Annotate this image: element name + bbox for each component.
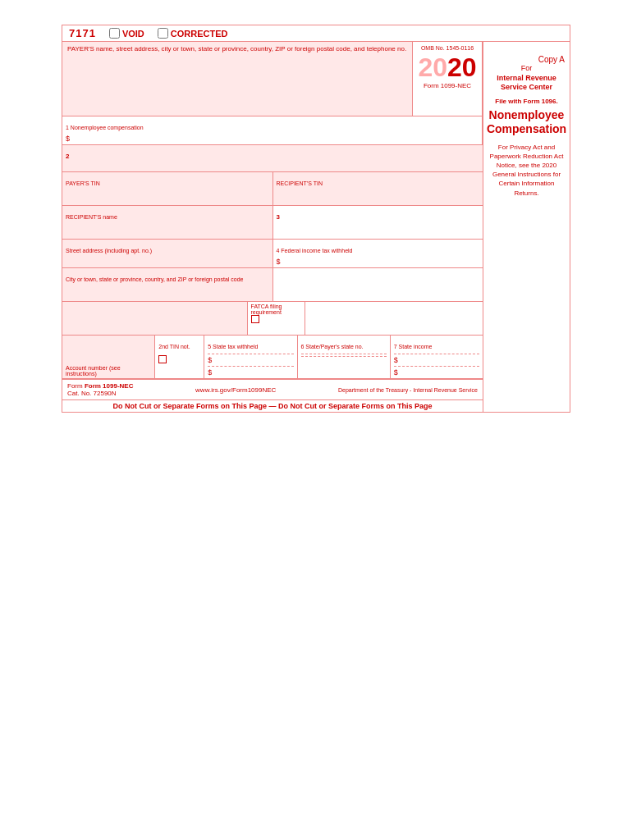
top-header: 7171 VOID CORRECTED [62,25,570,41]
recipient-tin-label: RECIPIENT'S TIN [277,180,323,186]
dashed-line-4 [301,356,387,357]
tin2-cell: 2nd TIN not. [155,336,204,378]
corrected-checkbox-label[interactable]: CORRECTED [158,28,228,39]
form-footer: Form Form 1099-NEC Cat. No. 72590N www.i… [62,379,483,399]
form-number-top: 7171 [69,27,96,39]
sidebar-for: For Internal Revenue Service Center [497,64,556,93]
street-row: Street address (including apt. no.) 4 Fe… [62,240,483,268]
sidebar-privacy: For Privacy Act and Paperwork Reduction … [488,143,565,198]
dashed-line-6 [394,366,479,367]
dashed-line-2 [208,366,293,367]
account-label: Account number (see instructions) [66,365,151,377]
payer-info-field[interactable]: PAYER'S name, street address, city or to… [62,42,413,116]
omb-year-box: OMB No. 1545-0116 2020 Form 1099-NEC [413,42,483,116]
form-name-small: Form 1099-NEC [424,82,471,89]
box5-dollar2: $ [208,368,293,377]
box1-cell[interactable]: 1 Nonemployee compensation $ [62,116,483,144]
account-row: Account number (see instructions) 2nd TI… [62,336,483,379]
form-sidebar: Copy A For Internal Revenue Service Cent… [483,42,570,412]
box4-cell[interactable]: 4 Federal income tax withheld $ [273,240,483,267]
footer-left: Form Form 1099-NEC Cat. No. 72590N [67,382,133,397]
box3-cell[interactable]: 3 [273,206,483,239]
fatca-left-cell [62,302,248,335]
omb-number: OMB No. 1545-0116 [421,45,474,51]
footer-form-label: Form Form 1099-NEC [67,382,133,390]
tin2-checkbox[interactable] [158,355,167,363]
form-body: PAYER'S name, street address, city or to… [62,41,570,412]
sidebar-title: Nonemployee Compensation [487,108,566,136]
void-checkbox[interactable] [109,28,120,39]
fatca-right-cell: FATCA filing requirement [248,302,305,335]
form-container: 7171 VOID CORRECTED PAYER'S name, street… [62,25,570,413]
account-cell[interactable]: Account number (see instructions) [62,336,155,378]
sidebar-irs-line1: Internal Revenue [497,74,556,82]
fatca-row: FATCA filing requirement [62,302,483,336]
payer-tin-cell[interactable]: PAYER'S TIN [62,172,273,205]
year-suffix: 20 [447,52,477,82]
box1-dollar: $ [66,135,479,143]
city-label: City or town, state or province, country… [66,276,243,282]
tin-row: PAYER'S TIN RECIPIENT'S TIN [62,172,483,206]
footer-website: www.irs.gov/Form1099NEC [195,386,276,394]
recipient-name-cell[interactable]: RECIPIENT'S name [62,206,273,239]
recipient-tin-cell[interactable]: RECIPIENT'S TIN [273,172,483,205]
city-row: City or town, state or province, country… [62,268,483,302]
payer-tin-label: PAYER'S TIN [66,180,100,186]
box1-row: 1 Nonemployee compensation $ [62,116,483,145]
page: 7171 VOID CORRECTED PAYER'S name, street… [16,16,616,840]
fatca-label: FATCA filing requirement [251,304,301,315]
footer-cat: Cat. No. 72590N [67,390,133,397]
form-main: PAYER'S name, street address, city or to… [62,42,483,412]
box2-number: 2 [66,153,69,160]
year-display: 2020 [418,54,476,80]
box4-dollar: $ [277,258,480,266]
box5-dollar1: $ [208,356,293,364]
recipient-row: RECIPIENT'S name 3 [62,206,483,240]
payer-section: PAYER'S name, street address, city or to… [62,42,483,116]
street-cell[interactable]: Street address (including apt. no.) [62,240,273,267]
city-cell[interactable]: City or town, state or province, country… [62,268,273,301]
box7-dollar1: $ [394,356,479,364]
dashed-line-3 [301,354,387,354]
box3-number: 3 [277,213,280,221]
sidebar-irs-line2: Service Center [501,83,552,91]
year-prefix: 20 [418,52,447,82]
dashed-line-1 [208,354,293,354]
tin2-label: 2nd TIN not. [158,344,190,349]
box2-cell: 2 [62,145,483,171]
bottom-banner: Do Not Cut or Separate Forms on This Pag… [62,399,483,412]
payer-info-label: PAYER'S name, street address, city or to… [67,45,407,52]
city-right-cell [273,268,483,301]
state-withheld-cell[interactable]: 5 State tax withheld $ $ [204,336,297,378]
fatca-checkbox[interactable] [251,315,259,323]
corrected-checkbox[interactable] [158,28,168,39]
box1-label: 1 Nonemployee compensation [66,125,144,130]
box6-label: 6 State/Payer's state no. [301,344,364,349]
state-income-cell[interactable]: 7 State income $ $ [391,336,483,378]
sidebar-file: File with Form 1096. [495,98,557,105]
box7-dollar2: $ [394,368,479,377]
state-payer-cell[interactable]: 6 State/Payer's state no. [298,336,391,378]
box4-label: 4 Federal income tax withheld [277,248,353,253]
box5-label: 5 State tax withheld [208,344,258,349]
dashed-line-5 [394,354,479,354]
sidebar-copy: Copy A [488,55,565,64]
fatca-empty [305,302,483,335]
footer-right: Department of the Treasury - Internal Re… [338,387,478,393]
box2-row: 2 [62,145,483,172]
box7-label: 7 State income [394,344,433,349]
footer-center: www.irs.gov/Form1099NEC [195,386,276,394]
void-checkbox-label[interactable]: VOID [109,28,144,39]
recipient-name-label: RECIPIENT'S name [66,214,117,220]
street-label: Street address (including apt. no.) [66,248,152,253]
